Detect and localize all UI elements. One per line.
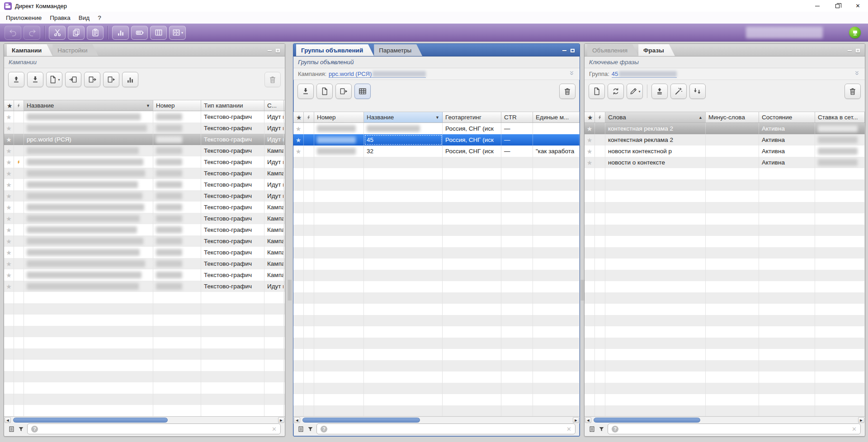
column-header[interactable]: Тип кампании <box>201 100 264 111</box>
scroll-right-icon[interactable]: ► <box>573 417 579 423</box>
splitter-handle[interactable] <box>581 280 584 301</box>
table-cell[interactable]: Кампа <box>264 247 284 258</box>
statistics-button[interactable] <box>112 26 129 40</box>
table-cell[interactable]: Кампа <box>264 145 284 156</box>
column-header[interactable]: Состояние <box>759 112 815 122</box>
table-cell[interactable]: Россия, СНГ (иск <box>443 134 501 146</box>
get-from-server-button[interactable] <box>297 84 314 99</box>
clear-filter-icon[interactable]: ✕ <box>566 426 571 433</box>
column-header[interactable]: Номер <box>314 112 364 122</box>
send-to-server-button[interactable] <box>8 72 24 87</box>
table-cell[interactable] <box>153 213 201 224</box>
row-star-icon[interactable]: ★ <box>4 213 14 224</box>
table-cell[interactable] <box>24 269 153 281</box>
table-cell[interactable] <box>24 235 153 247</box>
table-cell[interactable] <box>153 269 201 281</box>
table-cell[interactable]: Активна <box>759 157 815 168</box>
table-cell[interactable] <box>24 202 153 213</box>
tab-parameters[interactable]: Параметры <box>374 44 422 56</box>
table-cell[interactable]: Текстово-графич <box>201 235 264 247</box>
table-row[interactable]: ★Текстово-графичИдут п <box>4 281 285 292</box>
scroll-left-icon[interactable]: ◄ <box>5 417 11 423</box>
table-row[interactable]: ★новости о контекстеАктивна <box>585 157 865 168</box>
table-row[interactable]: ★Россия, СНГ (иск— <box>293 123 580 134</box>
table-cell[interactable]: 32 <box>364 146 443 157</box>
table-row[interactable]: ★Текстово-графичКампа <box>4 269 285 281</box>
table-cell[interactable] <box>24 122 153 134</box>
shared-budget-button[interactable] <box>131 26 148 40</box>
row-star-icon[interactable]: ★ <box>4 258 14 269</box>
table-cell[interactable] <box>153 224 201 235</box>
table-cell[interactable] <box>153 179 201 190</box>
paste-button[interactable] <box>87 26 104 40</box>
table-row[interactable]: ★контекстная реклама 2Активна <box>585 134 865 146</box>
table-cell[interactable]: Кампа <box>264 213 284 224</box>
row-star-icon[interactable]: ★ <box>4 111 14 122</box>
table-cell[interactable] <box>24 156 153 168</box>
column-header[interactable]: С... <box>264 100 284 111</box>
table-cell[interactable]: Активна <box>759 123 815 134</box>
decrease-bids-button[interactable] <box>689 84 706 99</box>
table-row[interactable]: ★Текстово-графичИдут п <box>4 179 285 190</box>
column-header[interactable]: Слова▲ <box>605 112 706 122</box>
table-cell[interactable]: Текстово-графич <box>201 190 264 202</box>
window-restore-button[interactable] <box>827 0 848 12</box>
table-cell[interactable]: — <box>501 146 533 157</box>
table-cell[interactable] <box>815 146 865 157</box>
table-cell[interactable]: — <box>501 123 533 134</box>
funnel-icon[interactable] <box>307 426 314 433</box>
row-star-icon[interactable]: ★ <box>4 190 14 202</box>
table-cell[interactable] <box>24 168 153 179</box>
scroll-thumb[interactable] <box>594 418 700 423</box>
table-cell[interactable]: Текстово-графич <box>201 122 264 134</box>
campaigns-hscrollbar[interactable]: ◄ ► <box>4 416 285 423</box>
table-row[interactable]: ★Текстово-графичКампа <box>4 202 285 213</box>
row-star-icon[interactable]: ★ <box>585 146 595 157</box>
edit-button[interactable]: ▾ <box>627 84 643 99</box>
column-header[interactable]: CTR <box>501 112 533 122</box>
table-cell[interactable]: Текстово-графич <box>201 258 264 269</box>
row-star-icon[interactable]: ★ <box>4 281 14 292</box>
list-view-icon[interactable] <box>8 426 15 433</box>
table-row[interactable]: ★Текстово-графичКампа <box>4 247 285 258</box>
scroll-left-icon[interactable]: ◄ <box>585 417 591 423</box>
table-cell[interactable] <box>24 111 153 122</box>
table-cell[interactable]: Кампа <box>264 202 284 213</box>
table-cell[interactable]: Идут п <box>264 111 284 122</box>
table-cell[interactable]: Текстово-графич <box>201 168 264 179</box>
table-cell[interactable]: Текстово-графич <box>201 134 264 145</box>
table-row[interactable]: ★32Россия, СНГ (иск—"как заработа <box>293 146 580 157</box>
column-header[interactable]: Название▼ <box>24 100 153 111</box>
list-view-icon[interactable] <box>297 426 304 433</box>
table-cell[interactable]: Россия, СНГ (иск <box>443 146 501 157</box>
table-cell[interactable] <box>706 134 759 146</box>
table-cell[interactable]: Кампа <box>264 224 284 235</box>
table-cell[interactable] <box>24 281 153 292</box>
table-row[interactable]: ★Текстово-графичКампа <box>4 168 285 179</box>
column-header[interactable]: Номер <box>153 100 201 111</box>
window-close-button[interactable]: ✕ <box>848 0 868 12</box>
column-header[interactable]: Ставка в сет... <box>815 112 865 122</box>
scroll-right-icon[interactable]: ► <box>858 417 864 423</box>
export-button[interactable] <box>103 72 119 87</box>
campaign-link[interactable]: ppc.world (РСЯ) <box>329 71 372 77</box>
table-cell[interactable] <box>153 281 201 292</box>
table-cell[interactable]: Текстово-графич <box>201 224 264 235</box>
table-cell[interactable] <box>815 157 865 168</box>
cut-button[interactable] <box>49 26 66 40</box>
table-cell[interactable]: новости о контексте <box>605 157 706 168</box>
row-star-icon[interactable]: ★ <box>4 269 14 281</box>
table-cell[interactable] <box>153 168 201 179</box>
table-row[interactable]: ★Текстово-графичКампа <box>4 235 285 247</box>
table-cell[interactable] <box>815 123 865 134</box>
table-row[interactable]: ★Текстово-графичКампа <box>4 258 285 269</box>
row-star-icon[interactable]: ★ <box>293 134 304 146</box>
column-header-star[interactable]: ★ <box>585 112 595 122</box>
table-row[interactable]: ★45Россия, СНГ (иск— <box>293 134 580 146</box>
table-cell[interactable]: Кампа <box>264 235 284 247</box>
tab-settings[interactable]: Настройки <box>52 44 98 56</box>
delete-button[interactable] <box>559 84 576 99</box>
scroll-right-icon[interactable]: ► <box>278 417 284 423</box>
get-from-server-button[interactable] <box>27 72 43 87</box>
panel-layout-button[interactable]: ▾ <box>169 26 186 40</box>
